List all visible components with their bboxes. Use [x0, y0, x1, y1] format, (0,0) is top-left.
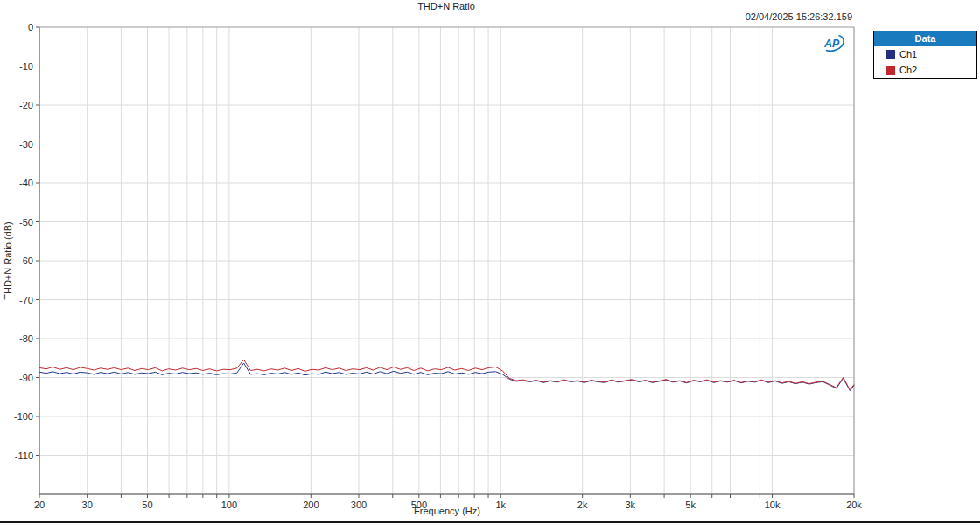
- ap-logo-text: AP: [823, 38, 840, 50]
- graph-panel: THD+N Ratio 02/04/2025 15:26:32.159 2030…: [0, 0, 980, 525]
- y-tick-label: -20: [19, 100, 33, 110]
- y-tick-label: -70: [19, 295, 33, 305]
- y-tick-label: -90: [19, 373, 33, 383]
- x-tick-label: 3k: [626, 500, 636, 510]
- data-legend: Data Ch1 Ch2: [873, 31, 977, 79]
- x-tick-label: 30: [82, 500, 93, 510]
- x-tick-label: 1k: [495, 500, 506, 510]
- panel-bottom-border: [0, 522, 980, 523]
- y-tick-label: -80: [19, 333, 33, 344]
- x-axis-title: Frequency (Hz): [414, 506, 480, 516]
- x-tick-label: 20: [34, 500, 45, 510]
- y-tick-label: 0: [28, 22, 33, 32]
- legend-header: Data: [874, 32, 976, 46]
- x-tick-label: 20k: [846, 500, 862, 510]
- x-tick-label: 200: [303, 500, 318, 510]
- legend-item-ch1[interactable]: Ch1: [874, 46, 976, 62]
- x-tick-label: 100: [221, 500, 237, 510]
- y-tick-label: -50: [19, 217, 33, 228]
- ch2-color-swatch: [886, 66, 895, 75]
- trace-ch1: [39, 363, 854, 391]
- y-tick-label: -60: [19, 256, 33, 266]
- legend-item-ch2[interactable]: Ch2: [874, 62, 976, 78]
- y-tick-label: -10: [19, 61, 33, 72]
- x-tick-label: 10k: [765, 500, 780, 510]
- x-tick-label: 300: [351, 500, 367, 510]
- ap-logo-icon: AP: [816, 32, 848, 54]
- y-axis-title: THD+N Ratio (dB): [3, 221, 13, 300]
- y-tick-label: -40: [19, 178, 33, 188]
- y-tick-label: -100: [14, 411, 33, 422]
- x-tick-label: 2k: [578, 500, 588, 510]
- x-tick-label: 50: [142, 500, 152, 510]
- legend-item-label: Ch2: [900, 65, 917, 75]
- y-tick-label: -110: [15, 451, 33, 461]
- y-tick-label: -30: [19, 139, 33, 150]
- x-tick-label: 5k: [685, 500, 696, 510]
- legend-item-label: Ch1: [900, 49, 917, 60]
- plot-area: 2030501002003005001k2k3k5k10k20k0-10-20-…: [0, 0, 980, 525]
- ch1-color-swatch: [886, 50, 895, 60]
